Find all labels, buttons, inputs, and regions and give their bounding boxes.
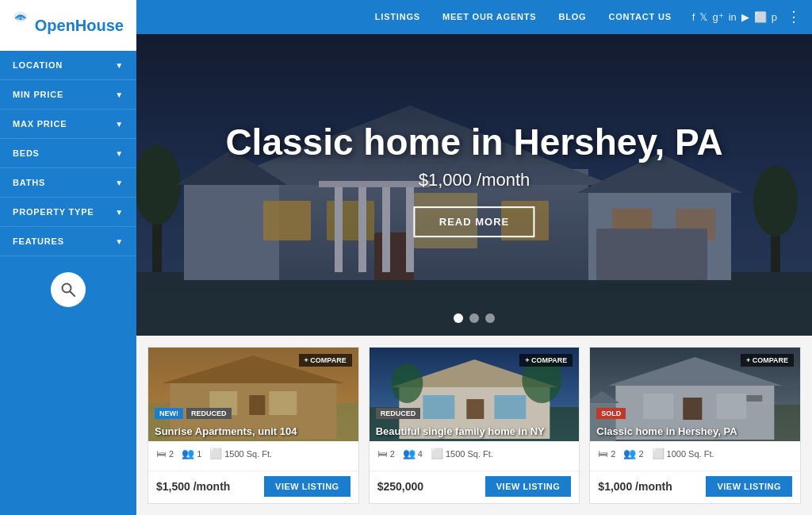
property-card-1: + COMPARE NEW! REDUCED Sunrise Apartment… bbox=[147, 347, 359, 504]
search-btn-wrapper bbox=[0, 259, 136, 320]
hero-price: $1,000 /month bbox=[225, 170, 722, 190]
more-options-icon[interactable]: ⋮ bbox=[787, 8, 801, 25]
compare-badge-2[interactable]: + COMPARE bbox=[519, 354, 573, 367]
compare-badge-3[interactable]: + COMPARE bbox=[741, 354, 794, 367]
card-tags-3: SOLD bbox=[596, 408, 626, 419]
chevron-down-icon: ▼ bbox=[115, 149, 124, 158]
property-card-2: + COMPARE REDUCED Beautiful single famil… bbox=[369, 347, 580, 504]
social-icons-group: f 𝕏 g⁺ in ▶ ⬜ p bbox=[692, 11, 777, 23]
card-footer-3: $1,000 /month VIEW LISTING bbox=[590, 471, 800, 503]
top-navigation: LISTINGS MEET OUR AGENTS BLOG CONTACT US… bbox=[136, 0, 812, 34]
tag-reduced-1: REDUCED bbox=[186, 408, 232, 419]
bed-icon-2: 🛏 bbox=[377, 448, 388, 459]
view-listing-button-3[interactable]: VIEW LISTING bbox=[706, 476, 792, 497]
chevron-down-icon: ▼ bbox=[115, 208, 124, 217]
linkedin-icon[interactable]: in bbox=[729, 11, 737, 23]
card-tags-2: REDUCED bbox=[376, 408, 421, 419]
view-listing-button-1[interactable]: VIEW LISTING bbox=[264, 476, 350, 497]
nav-meet-agents[interactable]: MEET OUR AGENTS bbox=[435, 12, 545, 21]
property-card-3: + COMPARE SOLD Classic home in Hershey, … bbox=[589, 347, 801, 504]
card-specs-3: 🛏 2 👥 2 ⬜ 1000 Sq. Ft. bbox=[598, 448, 792, 459]
bed-icon-1: 🛏 bbox=[156, 448, 167, 459]
sidebar: OpenHouse LOCATION ▼ MIN PRICE ▼ MAX PRI… bbox=[0, 0, 136, 515]
filter-min-price[interactable]: MIN PRICE ▼ bbox=[0, 80, 136, 110]
filter-baths[interactable]: BATHS ▼ bbox=[0, 168, 136, 198]
filter-max-price[interactable]: MAX PRICE ▼ bbox=[0, 110, 136, 139]
nav-listings[interactable]: LISTINGS bbox=[367, 12, 428, 21]
property-image-1: + COMPARE NEW! REDUCED Sunrise Apartment… bbox=[148, 348, 358, 441]
beds-spec-3: 🛏 2 bbox=[598, 448, 615, 459]
sqft-spec-2: ⬜ 1500 Sq. Ft. bbox=[431, 448, 493, 459]
hero-content: Classic home in Hershey, PA $1,000 /mont… bbox=[225, 121, 722, 237]
slider-dot-3[interactable] bbox=[485, 313, 495, 323]
pinterest-icon[interactable]: p bbox=[772, 11, 777, 23]
hero-slider: Classic home in Hershey, PA $1,000 /mont… bbox=[136, 34, 812, 336]
googleplus-icon[interactable]: g⁺ bbox=[712, 11, 723, 23]
tag-sold-3: SOLD bbox=[596, 408, 626, 419]
slider-dot-2[interactable] bbox=[469, 313, 479, 323]
logo-area: OpenHouse bbox=[0, 0, 136, 51]
baths-spec-2: 👥 4 bbox=[403, 448, 423, 459]
card-body-3: 🛏 2 👥 2 ⬜ 1000 Sq. Ft. bbox=[590, 441, 800, 471]
area-icon-1: ⬜ bbox=[209, 448, 222, 459]
facebook-icon[interactable]: f bbox=[692, 11, 695, 23]
logo-text: OpenHouse bbox=[35, 17, 124, 34]
beds-spec-2: 🛏 2 bbox=[377, 448, 395, 459]
tag-new-1: NEW! bbox=[155, 408, 183, 419]
property-cards-section: + COMPARE NEW! REDUCED Sunrise Apartment… bbox=[136, 336, 812, 515]
property-image-2: + COMPARE REDUCED Beautiful single famil… bbox=[370, 348, 580, 441]
slider-dot-1[interactable] bbox=[454, 313, 463, 323]
card-price-1: $1,500 /month bbox=[156, 480, 230, 493]
hero-title: Classic home in Hershey, PA bbox=[225, 121, 722, 163]
svg-rect-2 bbox=[16, 19, 25, 20]
bath-icon-2: 👥 bbox=[403, 448, 416, 459]
card-tags-1: NEW! REDUCED bbox=[155, 408, 232, 419]
main-content: LISTINGS MEET OUR AGENTS BLOG CONTACT US… bbox=[136, 0, 812, 515]
slider-dots bbox=[454, 313, 495, 323]
property-image-3: + COMPARE SOLD Classic home in Hershey, … bbox=[590, 348, 800, 441]
chevron-down-icon: ▼ bbox=[115, 237, 124, 246]
card-body-2: 🛏 2 👥 4 ⬜ 1500 Sq. Ft. bbox=[370, 441, 580, 471]
youtube-icon[interactable]: ▶ bbox=[741, 11, 749, 23]
card-img-title-2: Beautiful single family home in NY bbox=[376, 425, 545, 437]
nav-contact[interactable]: CONTACT US bbox=[600, 12, 679, 21]
nav-blog[interactable]: BLOG bbox=[551, 12, 595, 21]
card-img-title-1: Sunrise Apartments, unit 104 bbox=[155, 425, 297, 437]
sqft-spec-1: ⬜ 1500 Sq. Ft. bbox=[209, 448, 272, 459]
bath-icon-3: 👥 bbox=[623, 448, 636, 459]
filter-location[interactable]: LOCATION ▼ bbox=[0, 51, 136, 80]
baths-spec-3: 👥 2 bbox=[623, 448, 643, 459]
bed-icon-3: 🛏 bbox=[598, 448, 608, 459]
filter-features[interactable]: FEATURES ▼ bbox=[0, 227, 136, 256]
twitter-icon[interactable]: 𝕏 bbox=[699, 11, 707, 23]
card-footer-1: $1,500 /month VIEW LISTING bbox=[148, 471, 358, 503]
area-icon-3: ⬜ bbox=[652, 448, 665, 459]
compare-badge-1[interactable]: + COMPARE bbox=[299, 354, 352, 367]
search-button[interactable] bbox=[51, 272, 86, 307]
card-specs-2: 🛏 2 👥 4 ⬜ 1500 Sq. Ft. bbox=[377, 448, 572, 459]
baths-spec-1: 👥 1 bbox=[182, 448, 201, 459]
card-footer-2: $250,000 VIEW LISTING bbox=[370, 471, 580, 503]
tag-reduced-2: REDUCED bbox=[376, 408, 421, 419]
logo-icon bbox=[13, 10, 29, 41]
view-listing-button-2[interactable]: VIEW LISTING bbox=[485, 476, 572, 497]
filter-property-type[interactable]: PROPERTY TYPE ▼ bbox=[0, 198, 136, 227]
hero-read-more-button[interactable]: READ MORE bbox=[414, 206, 534, 237]
chevron-down-icon: ▼ bbox=[115, 90, 124, 99]
flickr-icon[interactable]: ⬜ bbox=[754, 11, 767, 23]
area-icon-2: ⬜ bbox=[431, 448, 443, 459]
card-body-1: 🛏 2 👥 1 ⬜ 1500 Sq. Ft. bbox=[148, 441, 358, 471]
chevron-down-icon: ▼ bbox=[115, 179, 124, 187]
card-price-3: $1,000 /month bbox=[598, 480, 672, 493]
chevron-down-icon: ▼ bbox=[115, 61, 124, 70]
card-img-title-3: Classic home in Hershey, PA bbox=[596, 425, 737, 437]
sqft-spec-3: ⬜ 1000 Sq. Ft. bbox=[652, 448, 714, 459]
card-specs-1: 🛏 2 👥 1 ⬜ 1500 Sq. Ft. bbox=[156, 448, 350, 459]
svg-line-4 bbox=[71, 292, 75, 297]
bath-icon-1: 👥 bbox=[182, 448, 194, 459]
card-price-2: $250,000 bbox=[377, 480, 423, 493]
beds-spec-1: 🛏 2 bbox=[156, 448, 174, 459]
chevron-down-icon: ▼ bbox=[115, 120, 124, 129]
filter-beds[interactable]: BEDS ▼ bbox=[0, 139, 136, 168]
